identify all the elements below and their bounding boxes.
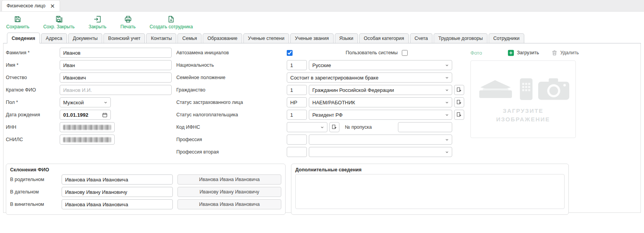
tab-uchenye-zvaniya[interactable]: Ученые звания bbox=[290, 33, 334, 43]
tab-uchenye-stepeni[interactable]: Ученые степени bbox=[243, 33, 289, 43]
last-name-input[interactable] bbox=[60, 48, 172, 58]
additional-info-textarea[interactable] bbox=[295, 174, 565, 209]
chevron-down-icon bbox=[445, 88, 449, 92]
tab-dokumenty[interactable]: Документы bbox=[68, 33, 102, 43]
print-icon bbox=[124, 15, 132, 23]
photo-upload-label: Загрузить bbox=[517, 50, 539, 55]
short-name-input[interactable] bbox=[60, 85, 172, 95]
marital-status-label: Семейное положение bbox=[176, 75, 287, 80]
tab-sotrudniki[interactable]: Сотрудники bbox=[489, 33, 524, 43]
tab-semya[interactable]: Семья bbox=[177, 33, 201, 43]
system-user-checkbox[interactable] bbox=[402, 50, 408, 56]
middle-name-label: Отчество bbox=[6, 75, 60, 80]
tab-osobaya-kategoriya[interactable]: Особая категория bbox=[359, 33, 409, 43]
citizenship-lookup-button[interactable] bbox=[454, 85, 464, 95]
section-tabs: Сведения Адреса Документы Воинский учет … bbox=[3, 33, 641, 43]
checkbox-row: Автозамена инициалов Пользователь систем… bbox=[176, 47, 464, 59]
print-button[interactable]: Печать bbox=[121, 15, 136, 29]
ifns-lookup-button[interactable] bbox=[329, 122, 339, 132]
tab-svedeniya[interactable]: Сведения bbox=[7, 33, 40, 43]
ifns-code-select[interactable] bbox=[287, 122, 327, 132]
form-bottom: Склонения ФИО В родительном Иванова Иван… bbox=[6, 164, 638, 215]
photo-delete-label: Удалить bbox=[560, 50, 579, 55]
insured-status-lookup-button[interactable] bbox=[454, 97, 464, 107]
first-name-row: Имя * bbox=[6, 59, 172, 71]
tab-trudovye-dogovory[interactable]: Трудовые договоры bbox=[434, 33, 487, 43]
taxpayer-status-code-input[interactable] bbox=[287, 110, 307, 120]
tab-obrazovanie[interactable]: Образование bbox=[203, 33, 242, 43]
profession2-select[interactable] bbox=[309, 147, 452, 157]
photo-dropzone[interactable]: ЗАГРУЗИТЕ ИЗОБРАЖЕНИЕ bbox=[470, 60, 576, 138]
inn-row: ИНН bbox=[6, 121, 172, 133]
chevron-down-icon bbox=[445, 100, 449, 105]
save-close-button[interactable]: Сохр. Закрыть bbox=[43, 15, 75, 29]
middle-name-row: Отчество bbox=[6, 71, 172, 84]
middle-name-input[interactable] bbox=[60, 72, 172, 83]
dative-suggest-button[interactable]: Иванову Ивану Ивановичу bbox=[177, 187, 281, 197]
auto-initials-checkbox[interactable] bbox=[287, 50, 293, 56]
short-name-row: Краткое ФИО bbox=[6, 84, 172, 96]
save-button[interactable]: Сохранить bbox=[6, 15, 29, 29]
ifns-row: Код ИФНС № пропуска bbox=[176, 121, 464, 133]
insured-status-row: Статус застрахованного лица НАЕМ/РАБОТНИ… bbox=[176, 96, 464, 109]
last-name-label: Фамилия * bbox=[6, 50, 60, 55]
dative-row: В дательном Иванову Ивану Ивановичу bbox=[10, 186, 281, 198]
reference-picker-icon bbox=[456, 112, 462, 118]
nationality-select[interactable]: Русские bbox=[309, 60, 452, 70]
tab-adresa[interactable]: Адреса bbox=[41, 33, 67, 43]
tab-voinskiy-uchet[interactable]: Воинский учет bbox=[103, 33, 145, 43]
reference-picker-icon bbox=[456, 99, 462, 105]
taxpayer-status-select[interactable]: Резидент РФ bbox=[309, 110, 452, 120]
taxpayer-status-controls: Резидент РФ bbox=[287, 110, 452, 120]
insured-status-code-input[interactable] bbox=[287, 97, 307, 107]
close-button[interactable]: Закрыть bbox=[88, 15, 106, 29]
taxpayer-status-lookup-button[interactable] bbox=[454, 110, 464, 120]
accusative-input[interactable] bbox=[62, 199, 173, 209]
profession-controls bbox=[287, 135, 452, 145]
insured-status-select[interactable]: НАЕМ/РАБОТНИК bbox=[309, 97, 452, 107]
birth-date-input[interactable]: 01.01.1992 bbox=[60, 110, 111, 120]
inn-label: ИНН bbox=[6, 124, 60, 130]
profession-select[interactable] bbox=[309, 135, 452, 145]
gender-select[interactable]: Мужской bbox=[60, 97, 111, 107]
tab-scheta[interactable]: Счета bbox=[410, 33, 432, 43]
tab-yazyki[interactable]: Языки bbox=[335, 33, 358, 43]
pass-number-input[interactable] bbox=[398, 122, 452, 132]
citizenship-select[interactable]: Гражданин Российской Федерации bbox=[309, 85, 452, 95]
citizenship-row: Гражданство Гражданин Российской Федерац… bbox=[176, 84, 464, 96]
genitive-suggest-button[interactable]: Иванова Ивана Ивановича bbox=[177, 174, 281, 185]
taxpayer-status-value: Резидент РФ bbox=[312, 112, 343, 118]
save-icon bbox=[14, 15, 22, 23]
taxpayer-status-row: Статус налогоплательщика Резидент РФ bbox=[176, 109, 464, 121]
first-name-input[interactable] bbox=[60, 60, 172, 70]
snils-input[interactable] bbox=[60, 135, 115, 145]
profession-code-input[interactable] bbox=[287, 135, 307, 145]
nationality-code-input[interactable] bbox=[287, 60, 307, 70]
create-employee-button[interactable]: Создать сотрудника bbox=[150, 15, 193, 29]
genitive-input[interactable] bbox=[62, 174, 173, 185]
reference-picker-icon bbox=[331, 124, 337, 130]
inn-input[interactable] bbox=[60, 122, 115, 132]
photo-delete-button[interactable]: Удалить bbox=[551, 50, 579, 56]
dative-input[interactable] bbox=[62, 187, 173, 197]
insured-status-controls: НАЕМ/РАБОТНИК bbox=[287, 97, 452, 107]
birth-date-row: Дата рождения 01.01.1992 bbox=[6, 109, 172, 121]
nationality-row: Национальность Русские bbox=[176, 59, 464, 71]
chevron-down-icon bbox=[445, 113, 449, 117]
citizenship-code-input[interactable] bbox=[287, 85, 307, 95]
scanner-icon bbox=[476, 75, 515, 100]
accusative-suggest-button[interactable]: Иванова Ивана Ивановича bbox=[177, 199, 281, 209]
tab-kontakty[interactable]: Контакты bbox=[146, 33, 176, 43]
snils-row: СНИЛС bbox=[6, 133, 172, 146]
photo-column: Фото Загрузить Удалить ЗАГРУЗИТЕ bbox=[470, 47, 638, 138]
profession2-code-input[interactable] bbox=[287, 147, 307, 157]
window-tab-close-icon[interactable]: ✕ bbox=[50, 3, 55, 9]
insured-status-value: НАЕМ/РАБОТНИК bbox=[312, 100, 355, 105]
calendar-icon[interactable] bbox=[102, 112, 108, 118]
gender-value: Мужской bbox=[63, 100, 84, 105]
marital-status-select[interactable]: Состоит в зарегистрированном браке bbox=[287, 72, 452, 83]
photo-upload-button[interactable]: Загрузить bbox=[508, 50, 539, 56]
profession2-label: Профессия вторая bbox=[176, 149, 287, 155]
nationality-controls: Русские bbox=[287, 60, 452, 70]
window-tab[interactable]: Физическое лицо ✕ bbox=[2, 0, 60, 11]
